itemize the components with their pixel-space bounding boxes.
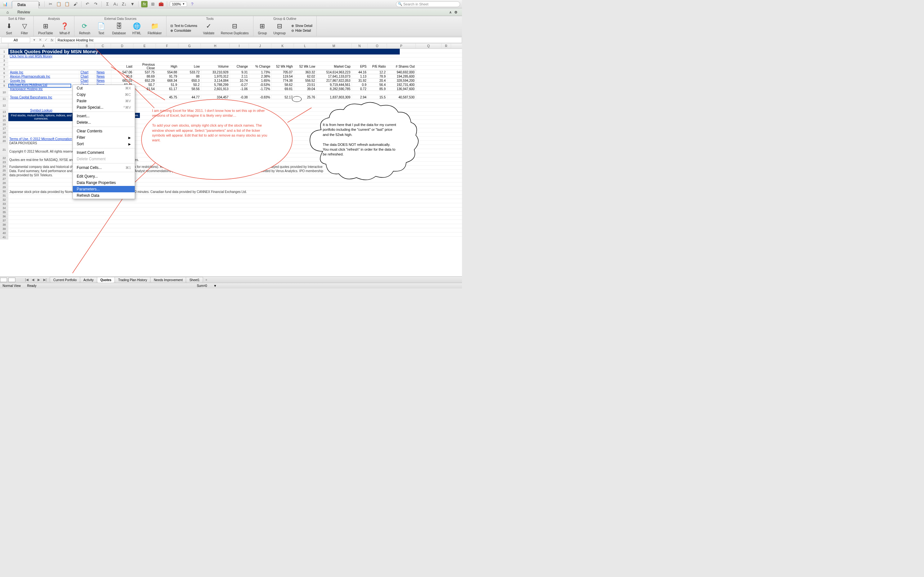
whatif-button[interactable]: ❓What-If	[57, 21, 71, 35]
row-header-4[interactable]: 4	[0, 63, 8, 67]
toolbox-icon[interactable]: 🧰	[158, 1, 164, 7]
col-header-K[interactable]: K	[271, 44, 294, 48]
col-header-B[interactable]: B	[79, 44, 95, 48]
search-input[interactable]: Search in Sheet	[396, 1, 460, 7]
col-header-E[interactable]: E	[134, 44, 156, 48]
autosum-icon[interactable]: Σ	[104, 1, 111, 7]
row-header-19[interactable]: 19	[0, 135, 8, 139]
row-header-3[interactable]: 3	[0, 59, 8, 63]
excel-icon[interactable]: 📊	[2, 1, 8, 7]
remove-duplicates-button[interactable]: ⊟Remove Duplicates	[219, 21, 250, 35]
name-box-dropdown[interactable]: ▾	[31, 38, 37, 42]
database-button[interactable]: 🗄Database	[110, 21, 128, 35]
ungroup-button[interactable]: ⊟Ungroup	[271, 21, 288, 35]
row-header-38[interactable]: 38	[0, 223, 8, 227]
format-painter-icon[interactable]: 🖌	[72, 1, 79, 7]
text-to-columns-button[interactable]: ⊟ Text to Columns	[169, 24, 199, 28]
column-headers[interactable]: ABCDEFGHIJKLMNOPQR	[0, 44, 462, 49]
row-header-35[interactable]: 35	[0, 210, 8, 214]
stock-name-link[interactable]: Google Inc	[9, 79, 79, 83]
context-menu-parameters-[interactable]: Parameters...	[73, 186, 135, 192]
row-headers[interactable]: 1234567891011121314151617181920212223242…	[0, 49, 8, 239]
col-header-C[interactable]: C	[95, 44, 111, 48]
formula-input[interactable]: Rackspace Hosting Inc	[55, 37, 462, 43]
context-menu-clear-contents[interactable]: Clear Contents	[73, 128, 135, 134]
col-header-P[interactable]: P	[387, 44, 416, 48]
row-header-2[interactable]: 2	[0, 55, 8, 59]
row-header-1[interactable]: 1	[0, 49, 8, 55]
sheet-tab-trading-plan-history[interactable]: Trading Plan History	[115, 277, 150, 283]
ribbon-tab-review[interactable]: Review	[12, 8, 39, 16]
add-sheet-button[interactable]: ＋	[203, 277, 210, 283]
view-mode-icons[interactable]	[0, 277, 15, 282]
context-menu-paste[interactable]: Paste⌘V	[73, 98, 135, 104]
row-header-7[interactable]: 7	[0, 75, 8, 79]
row-header-41[interactable]: 41	[0, 235, 8, 239]
col-header-G[interactable]: G	[178, 44, 201, 48]
spreadsheet-grid[interactable]: ABCDEFGHIJKLMNOPQR 123456789101112131415…	[0, 44, 462, 278]
row-header-28[interactable]: 28	[0, 181, 8, 185]
row-header-24[interactable]: 24	[0, 164, 8, 169]
context-menu-insert-[interactable]: Insert...	[73, 113, 135, 119]
col-header-D[interactable]: D	[111, 44, 134, 48]
validate-button[interactable]: ✓Validate	[201, 21, 216, 35]
row-header-15[interactable]: 15	[0, 118, 8, 122]
col-header-R[interactable]: R	[441, 44, 451, 48]
sheet-tab-current-portfolio[interactable]: Current Portfolio	[50, 277, 80, 283]
zoom-selector[interactable]: 100% ▼	[170, 2, 187, 7]
row-header-6[interactable]: 6	[0, 71, 8, 75]
row-header-22[interactable]: 22	[0, 156, 8, 160]
pivottable-button[interactable]: ⊞PivotTable	[36, 21, 55, 35]
row-header-13[interactable]: 13	[0, 110, 8, 114]
context-menu-data-range-properties[interactable]: Data Range Properties	[73, 179, 135, 186]
text-button[interactable]: 📄Text	[95, 21, 107, 35]
news-link[interactable]: News	[95, 74, 111, 79]
col-header-Q[interactable]: Q	[416, 44, 441, 48]
chart-link[interactable]: Chart	[79, 79, 95, 83]
show-detail-button[interactable]: ⊕ Show Detail	[290, 24, 313, 28]
stock-name-link[interactable]: Alexion Pharmaceuticals Inc	[9, 74, 79, 79]
cut-icon[interactable]: ✂	[47, 1, 53, 7]
row-header-27[interactable]: 27	[0, 177, 8, 181]
redo-icon[interactable]: ↷	[92, 1, 99, 7]
col-header-L[interactable]: L	[294, 44, 317, 48]
row-header-26[interactable]: 26	[0, 173, 8, 177]
name-box[interactable]: A8	[1, 37, 30, 43]
select-all-corner[interactable]	[0, 44, 8, 48]
context-menu-filter[interactable]: Filter▶	[73, 134, 135, 141]
cancel-formula-icon[interactable]: ✕	[37, 38, 43, 42]
undo-icon[interactable]: ↶	[84, 1, 90, 7]
context-menu-refresh-data[interactable]: Refresh Data	[73, 192, 135, 199]
col-header-N[interactable]: N	[352, 44, 368, 48]
help-icon[interactable]: ?	[189, 1, 195, 7]
row-header-11[interactable]: 11	[0, 97, 8, 101]
ribbon-home-icon[interactable]: ⌂	[3, 9, 12, 16]
row-header-36[interactable]: 36	[0, 214, 8, 219]
ribbon-collapse-icon[interactable]: ∧	[449, 10, 452, 15]
context-menu-cut[interactable]: Cut⌘X	[73, 85, 135, 91]
fx-label[interactable]: fx	[49, 38, 55, 42]
col-header-H[interactable]: H	[201, 44, 230, 48]
cells-area[interactable]: Stock Quotes Provided by MSN Money Click…	[8, 49, 462, 239]
hide-detail-button[interactable]: ⊖ Hide Detail	[290, 29, 313, 33]
sheet-tab-quotes[interactable]: Quotes	[97, 277, 115, 283]
context-menu-copy[interactable]: Copy⌘C	[73, 91, 135, 98]
html-button[interactable]: 🌐HTML	[130, 21, 143, 35]
row-header-30[interactable]: 30	[0, 189, 8, 193]
refresh-button[interactable]: ⟳Refresh	[77, 21, 92, 35]
col-header-A[interactable]: A	[8, 44, 79, 48]
sort-button[interactable]: ⬇Sort	[3, 21, 15, 35]
row-header-10[interactable]: 10	[0, 88, 8, 97]
col-header-I[interactable]: I	[230, 44, 249, 48]
row-header-8[interactable]: 8	[0, 79, 8, 84]
row-header-21[interactable]: 21	[0, 143, 8, 156]
news-link[interactable]: News	[95, 79, 111, 83]
sheet-nav-buttons[interactable]: |◀◀▶▶|	[22, 278, 50, 282]
row-header-29[interactable]: 29	[0, 185, 8, 189]
col-header-M[interactable]: M	[317, 44, 352, 48]
consolidate-button[interactable]: ⊕ Consolidate	[169, 29, 199, 33]
row-header-17[interactable]: 17	[0, 127, 8, 131]
context-menu-delete-[interactable]: Delete...	[73, 119, 135, 126]
show-formulas-icon[interactable]: ⊞	[150, 1, 156, 7]
row-header-33[interactable]: 33	[0, 202, 8, 206]
